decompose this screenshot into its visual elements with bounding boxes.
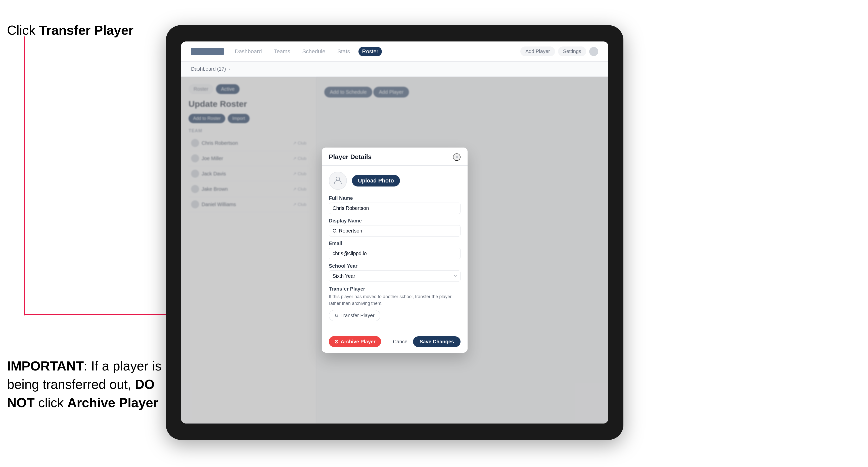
cancel-button[interactable]: Cancel: [393, 339, 408, 345]
settings-btn[interactable]: Settings: [558, 46, 586, 56]
display-name-group: Display Name: [329, 218, 461, 237]
archive-player-button[interactable]: ⊘ Archive Player: [329, 336, 381, 347]
footer-right-actions: Cancel Save Changes: [393, 336, 461, 347]
nav-item-stats[interactable]: Stats: [334, 47, 353, 56]
instruction-important: IMPORTANT: [7, 359, 84, 373]
modal-body: Upload Photo Full Name Display Name: [322, 166, 468, 332]
instruction-archive: Archive Player: [67, 395, 158, 410]
email-label: Email: [329, 241, 461, 246]
transfer-icon: ↻: [335, 313, 338, 318]
nav-item-teams[interactable]: Teams: [271, 47, 294, 56]
photo-row: Upload Photo: [329, 172, 461, 190]
school-year-group: School Year First Year Second Year Third…: [329, 263, 461, 281]
modal-close-button[interactable]: ×: [453, 153, 461, 161]
player-photo-circle: [329, 172, 347, 190]
main-content: Roster Active Update Roster Add to Roste…: [181, 77, 608, 424]
email-input[interactable]: [329, 248, 461, 259]
modal-overlay: Player Details ×: [181, 77, 608, 424]
full-name-group: Full Name: [329, 195, 461, 214]
instruction-text2: click: [35, 395, 67, 410]
modal-header: Player Details ×: [322, 148, 468, 166]
svg-point-0: [336, 177, 340, 181]
email-group: Email: [329, 241, 461, 259]
transfer-player-section: Transfer Player If this player has moved…: [329, 286, 461, 321]
full-name-input[interactable]: [329, 203, 461, 214]
sub-header: Dashboard (17) ›: [181, 62, 608, 77]
nav-item-dashboard[interactable]: Dashboard: [231, 47, 266, 56]
instruction-bottom: IMPORTANT: If a player is being transfer…: [7, 357, 163, 412]
instruction-prefix: Click: [7, 23, 39, 37]
breadcrumb: Dashboard (17): [191, 66, 226, 72]
app-logo: [191, 48, 224, 55]
nav-bar: Dashboard Teams Schedule Stats Roster: [231, 47, 513, 56]
nav-item-roster[interactable]: Roster: [359, 47, 382, 56]
transfer-player-button[interactable]: ↻ Transfer Player: [329, 310, 380, 321]
player-details-modal: Player Details ×: [322, 148, 468, 353]
transfer-player-description: If this player has moved to another scho…: [329, 293, 461, 307]
display-name-input[interactable]: [329, 225, 461, 237]
instruction-top: Click Transfer Player: [7, 23, 133, 38]
nav-item-schedule[interactable]: Schedule: [299, 47, 329, 56]
save-changes-button[interactable]: Save Changes: [413, 336, 461, 347]
school-year-label: School Year: [329, 263, 461, 269]
display-name-label: Display Name: [329, 218, 461, 224]
add-player-btn[interactable]: Add Player: [520, 46, 555, 56]
school-year-select[interactable]: First Year Second Year Third Year Fourth…: [329, 271, 461, 281]
tablet-device: Dashboard Teams Schedule Stats Roster Ad…: [166, 25, 623, 440]
archive-btn-label: Archive Player: [341, 339, 376, 345]
person-icon: [333, 175, 342, 186]
breadcrumb-separator: ›: [228, 66, 230, 72]
transfer-btn-label: Transfer Player: [340, 313, 375, 318]
annotation-line-vertical: [24, 36, 25, 315]
user-avatar: [589, 47, 598, 56]
instruction-highlight: Transfer Player: [39, 23, 133, 37]
header-right: Add Player Settings: [520, 46, 598, 56]
full-name-label: Full Name: [329, 195, 461, 201]
tablet-screen: Dashboard Teams Schedule Stats Roster Ad…: [181, 41, 608, 424]
transfer-player-label: Transfer Player: [329, 286, 461, 292]
modal-footer: ⊘ Archive Player Cancel Save Changes: [322, 332, 468, 353]
upload-photo-button[interactable]: Upload Photo: [352, 175, 400, 187]
app-header: Dashboard Teams Schedule Stats Roster Ad…: [181, 41, 608, 62]
archive-icon: ⊘: [334, 339, 339, 345]
modal-title: Player Details: [329, 153, 372, 161]
